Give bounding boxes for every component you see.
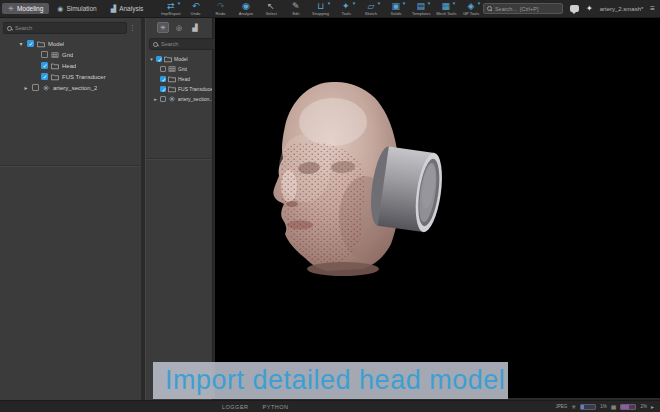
visibility-checkbox[interactable] — [156, 56, 162, 62]
chevron-down-icon[interactable]: ▾ — [149, 56, 154, 62]
chevron-down-icon: ▾ — [478, 0, 481, 6]
tree-row-head[interactable]: Head — [146, 74, 212, 84]
tools-icon: ✦ — [342, 1, 350, 11]
folder-icon — [51, 62, 59, 70]
tree-row-artery-section[interactable]: ▸ artery_section... — [146, 94, 212, 104]
tree-row-fus-transducer[interactable]: FUS Transducer — [146, 84, 212, 94]
solids-icon: ▣ — [392, 1, 401, 11]
memory-grid-icon: ▦ — [611, 404, 617, 410]
tab-label: Analysis — [119, 5, 143, 12]
plugin-star-icon[interactable]: ✦ — [586, 5, 593, 13]
memory-meter — [620, 404, 636, 410]
folder-icon — [51, 73, 59, 81]
panel2-header: ✳ ◎ ▟ — [146, 18, 212, 34]
grid-icon — [168, 65, 176, 73]
grid-icon — [51, 51, 59, 59]
undo-button[interactable]: ↶ Undo — [184, 1, 207, 16]
explorer-search-input[interactable] — [15, 25, 123, 31]
select-icon: ↖ — [267, 1, 275, 11]
model-tree-2: ▾ Model Grid Head FUS Transducer — [146, 54, 212, 104]
edit-button[interactable]: ✎ Edit — [284, 1, 307, 16]
select-button[interactable]: ↖ Select — [259, 1, 282, 16]
cpu-usage: 1% — [600, 404, 607, 409]
chevron-down-icon: ▾ — [353, 0, 356, 6]
application-window: ✳ Modeling ◉ Simulation ▟ Analysis ▾ ⇄ I… — [0, 0, 660, 412]
expand-statusbar-icon[interactable]: ▸ — [651, 404, 654, 410]
tab-logger[interactable]: LOGGER — [222, 404, 249, 410]
caption-overlay: Import detailed head model — [153, 362, 508, 399]
tab-modeling[interactable]: ✳ Modeling — [2, 3, 49, 14]
gp-tools-icon: ◈ — [467, 1, 474, 11]
visibility-checkbox[interactable] — [41, 73, 48, 80]
templates-button[interactable]: ▾ ▤ Templates — [409, 1, 432, 16]
search-icon — [153, 42, 158, 47]
tools-button[interactable]: ▾ ✦ Tools — [334, 1, 357, 16]
visibility-checkbox[interactable] — [160, 96, 166, 102]
chart-icon[interactable]: ▟ — [189, 22, 201, 33]
global-search[interactable] — [483, 3, 563, 14]
folder-icon — [168, 75, 176, 83]
imp-export-icon: ⇄ — [167, 1, 175, 11]
simulation-icon: ◉ — [57, 5, 63, 12]
visibility-checkbox[interactable] — [27, 40, 34, 47]
panel-menu-icon[interactable]: ⋮ — [127, 24, 138, 32]
gear-icon[interactable]: ✳ — [571, 404, 576, 410]
search-input[interactable] — [495, 6, 559, 12]
chevron-right-icon[interactable]: ▸ — [153, 96, 158, 102]
chevron-right-icon[interactable]: ▸ — [23, 84, 29, 91]
sketch-icon: ▱ — [367, 1, 374, 11]
record-icon[interactable]: ◎ — [173, 22, 185, 33]
chat-icon[interactable] — [570, 5, 579, 12]
analyze-icon: ◉ — [242, 1, 250, 11]
mesh-tools-icon: ▦ — [442, 1, 451, 11]
axes-icon — [168, 95, 176, 103]
secondary-explorer-panel: ✳ ◎ ▟ ⋮ ▾ Model Grid — [145, 18, 213, 400]
redo-button[interactable]: ↷ Redo — [209, 1, 232, 16]
search-icon — [7, 26, 12, 31]
tree-row-grid[interactable]: Grid — [0, 49, 141, 60]
memory-usage: 2% — [640, 404, 647, 409]
gear-icon[interactable]: ✳ — [157, 22, 169, 33]
caption-text: Import detailed head model — [165, 365, 505, 396]
visibility-checkbox[interactable] — [41, 51, 48, 58]
tree-row-model[interactable]: ▾ Model — [0, 38, 141, 49]
gear-icon: ✳ — [8, 5, 14, 12]
visibility-checkbox[interactable] — [160, 76, 166, 82]
edit-icon: ✎ — [292, 1, 300, 11]
visibility-checkbox[interactable] — [160, 66, 166, 72]
tab-label: Simulation — [66, 5, 96, 12]
sketch-button[interactable]: ▾ ▱ Sketch — [359, 1, 382, 16]
templates-icon: ▤ — [417, 1, 426, 11]
chevron-down-icon[interactable]: ▾ — [18, 40, 24, 47]
panel-divider[interactable] — [0, 165, 141, 167]
solids-button[interactable]: ▾ ▣ Solids — [384, 1, 407, 16]
axes-icon — [42, 84, 50, 92]
gp-tools-button[interactable]: ▾ ◈ GP Tools — [459, 1, 482, 16]
model-tree: ▾ Model Grid Head FUS Transducer — [0, 38, 141, 93]
snapping-icon: ⊔ — [317, 1, 324, 11]
3d-viewport[interactable] — [215, 18, 660, 398]
panel-divider[interactable] — [146, 158, 212, 160]
tree-row-fus-transducer[interactable]: FUS Transducer — [0, 71, 141, 82]
tab-simulation[interactable]: ◉ Simulation — [51, 3, 102, 14]
imp-export-button[interactable]: ▾ ⇄ Imp/Export — [159, 1, 182, 16]
visibility-checkbox[interactable] — [160, 86, 166, 92]
analyze-button[interactable]: ◉ Analyze — [234, 1, 257, 16]
tree-row-artery-section[interactable]: ▸ artery_section_2 — [0, 82, 141, 93]
cpu-meter — [580, 404, 596, 410]
visibility-checkbox[interactable] — [32, 84, 39, 91]
menu-icon[interactable]: ≡ — [650, 5, 655, 13]
visibility-checkbox[interactable] — [41, 62, 48, 69]
mesh-tools-button[interactable]: ▾ ▦ Mesh Tools — [434, 1, 457, 16]
explorer-search[interactable] — [3, 22, 127, 34]
folder-icon — [164, 55, 172, 63]
tab-python[interactable]: PYTHON — [263, 404, 289, 410]
snapping-button[interactable]: ▾ ⊔ Snapping — [309, 1, 332, 16]
tree-row-head[interactable]: Head — [0, 60, 141, 71]
tab-analysis[interactable]: ▟ Analysis — [105, 3, 150, 14]
tree-row-model[interactable]: ▾ Model — [146, 54, 212, 64]
chevron-down-icon: ▾ — [378, 0, 381, 6]
tree-row-grid[interactable]: Grid — [146, 64, 212, 74]
document-title: artery_2.smash* — [600, 6, 644, 12]
folder-icon — [37, 40, 45, 48]
